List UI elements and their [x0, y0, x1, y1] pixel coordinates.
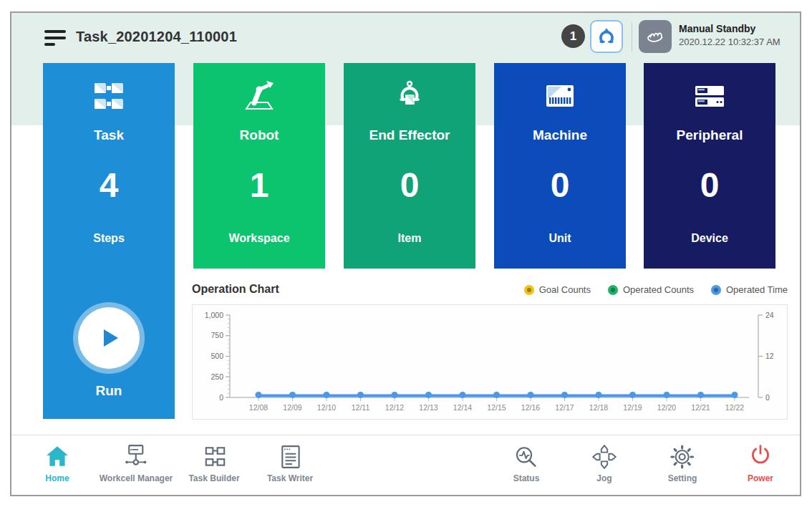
- svg-text:12/08: 12/08: [249, 403, 268, 412]
- menu-icon[interactable]: [44, 30, 66, 49]
- nav-label: Workcell Manager: [100, 473, 173, 483]
- header-divider: [632, 23, 632, 52]
- hand-icon: [643, 24, 667, 49]
- nav-label: Jog: [596, 473, 612, 483]
- workcell-manager-icon: [123, 444, 149, 470]
- card-value: 0: [494, 165, 626, 205]
- nav-workcell-manager[interactable]: Workcell Manager: [100, 444, 173, 483]
- card-unit: Device: [644, 232, 775, 245]
- card-title: Machine: [494, 127, 626, 143]
- run-label: Run: [43, 383, 175, 399]
- robot-status: Manual Standby 2020.12.22 10:32:37 AM: [679, 23, 780, 47]
- status-text: Manual Standby: [679, 23, 780, 34]
- nav-jog[interactable]: Jog: [591, 444, 617, 483]
- svg-text:12/21: 12/21: [691, 403, 710, 412]
- legend-operated-counts: Operated Counts: [608, 284, 694, 295]
- card-machine[interactable]: Machine 0 Unit: [494, 63, 626, 269]
- card-unit: Item: [344, 232, 475, 245]
- goal-counts-dot-icon: [524, 285, 534, 295]
- chart-canvas: 02505007501,0000122412/0812/0912/1012/11…: [193, 305, 787, 419]
- nav-power[interactable]: Power: [748, 444, 773, 483]
- play-icon: [95, 324, 123, 352]
- nav-task-writer[interactable]: Task Writer: [267, 444, 313, 483]
- nav-task-builder[interactable]: Task Builder: [188, 444, 239, 483]
- status-icon: [513, 444, 539, 470]
- jog-icon: [591, 444, 617, 470]
- nav-label: Power: [748, 473, 773, 483]
- operated-counts-dot-icon: [608, 285, 618, 295]
- card-task[interactable]: Task 4 Steps Run: [43, 63, 175, 419]
- app-frame: Task_20201204_110001 1 Manual Standby 20…: [10, 11, 801, 496]
- svg-text:0: 0: [765, 393, 770, 402]
- chart-legend: Goal Counts Operated Counts Operated Tim…: [524, 284, 788, 295]
- svg-text:12: 12: [765, 352, 774, 360]
- legend-label: Operated Time: [726, 284, 788, 295]
- card-peripheral[interactable]: Peripheral 0 Device: [644, 63, 775, 269]
- svg-text:12/09: 12/09: [283, 403, 301, 412]
- svg-text:12/18: 12/18: [589, 403, 608, 412]
- setting-gear-icon: [670, 444, 695, 470]
- nav-label: Home: [45, 473, 69, 483]
- svg-text:12/15: 12/15: [487, 403, 506, 412]
- legend-goal-counts: Goal Counts: [524, 284, 591, 295]
- legend-label: Operated Counts: [623, 284, 694, 295]
- card-unit: Unit: [494, 232, 626, 245]
- card-value: 4: [43, 165, 175, 205]
- svg-text:12/13: 12/13: [419, 403, 438, 412]
- nav-status[interactable]: Status: [513, 444, 540, 483]
- run-button[interactable]: [78, 307, 140, 369]
- manual-mode-button[interactable]: [639, 20, 672, 53]
- svg-text:0: 0: [219, 393, 223, 402]
- operation-chart: 02505007501,0000122412/0812/0912/1012/11…: [192, 304, 788, 420]
- task-builder-icon: [201, 444, 227, 470]
- home-icon: [44, 444, 70, 470]
- card-title: Robot: [193, 127, 325, 143]
- peripheral-icon: [691, 77, 728, 115]
- nav-label: Task Writer: [267, 473, 313, 483]
- svg-text:12/22: 12/22: [725, 403, 744, 412]
- gripper-claw-icon: [391, 77, 428, 115]
- task-icon: [90, 77, 127, 115]
- nav-setting[interactable]: Setting: [668, 444, 697, 483]
- svg-text:12/14: 12/14: [453, 403, 472, 412]
- card-value: 0: [344, 165, 475, 205]
- svg-text:500: 500: [211, 352, 223, 360]
- card-unit: Workspace: [193, 232, 325, 245]
- gripper-icon: [594, 24, 619, 49]
- screen: Task_20201204_110001 1 Manual Standby 20…: [0, 0, 812, 507]
- task-title: Task_20201204_110001: [76, 29, 237, 45]
- bottom-navigation: Home Workcell Manager: [11, 435, 800, 495]
- status-timestamp: 2020.12.22 10:32:37 AM: [679, 37, 780, 47]
- operated-time-dot-icon: [711, 285, 721, 295]
- svg-text:750: 750: [211, 331, 223, 339]
- card-value: 0: [644, 165, 775, 205]
- power-icon: [748, 444, 773, 470]
- card-end-effector[interactable]: End Effector 0 Item: [344, 63, 475, 269]
- card-robot[interactable]: Robot 1 Workspace: [193, 63, 325, 269]
- nav-home[interactable]: Home: [44, 444, 70, 483]
- task-writer-icon: [277, 444, 303, 470]
- card-value: 1: [193, 165, 325, 205]
- chart-title: Operation Chart: [192, 283, 279, 296]
- gripper-tool-button[interactable]: [590, 20, 623, 53]
- robot-arm-icon: [241, 77, 278, 115]
- annotation-badge: 1: [561, 24, 585, 48]
- svg-text:250: 250: [211, 372, 223, 381]
- svg-text:24: 24: [765, 311, 774, 319]
- card-title: Peripheral: [644, 127, 775, 143]
- svg-text:12/20: 12/20: [657, 403, 676, 412]
- machine-icon: [541, 77, 579, 115]
- svg-text:12/10: 12/10: [317, 403, 336, 412]
- nav-label: Setting: [668, 473, 697, 483]
- svg-text:1,000: 1,000: [205, 311, 223, 319]
- legend-operated-time: Operated Time: [711, 284, 788, 295]
- card-title: Task: [43, 127, 175, 143]
- svg-text:12/17: 12/17: [555, 403, 574, 412]
- nav-label: Status: [513, 473, 540, 483]
- legend-label: Goal Counts: [539, 284, 591, 295]
- svg-text:12/11: 12/11: [352, 403, 370, 412]
- nav-label: Task Builder: [188, 473, 239, 483]
- svg-text:12/12: 12/12: [385, 403, 404, 412]
- card-title: End Effector: [344, 127, 475, 143]
- card-unit: Steps: [43, 232, 175, 245]
